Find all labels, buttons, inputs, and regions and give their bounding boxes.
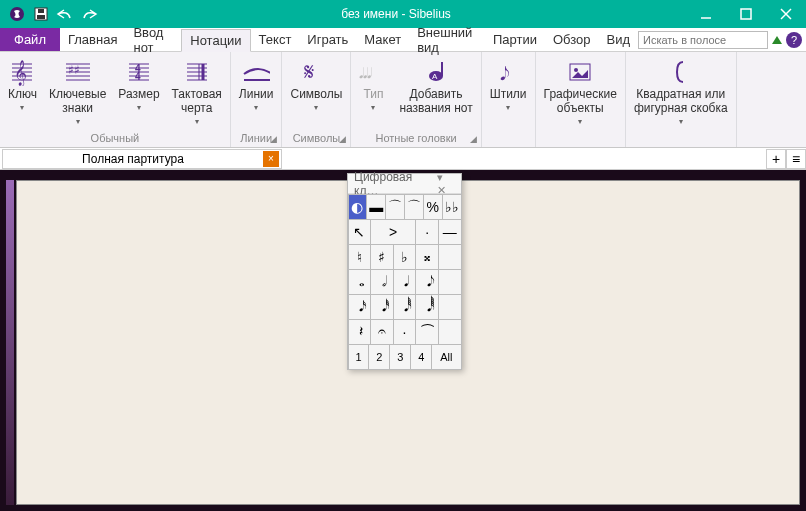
- keypad-tab-1[interactable]: ◐: [348, 194, 368, 220]
- keypad-cell[interactable]: 𝅝: [348, 269, 372, 295]
- minimize-button[interactable]: [686, 0, 726, 28]
- close-document-tab-icon[interactable]: ×: [263, 151, 279, 167]
- keypad-voice-all[interactable]: All: [431, 344, 461, 370]
- keypad-voice-3[interactable]: 3: [389, 344, 411, 370]
- close-button[interactable]: [766, 0, 806, 28]
- time-signature-icon: 44: [125, 58, 153, 86]
- group-lines: Линии▾ Линии◢: [231, 52, 283, 147]
- keypad-cell[interactable]: ♯: [370, 244, 394, 270]
- file-tab[interactable]: Файл: [0, 28, 60, 51]
- tab-review[interactable]: Обзор: [545, 28, 599, 51]
- stems-icon: 𝅘𝅥𝅮: [494, 58, 522, 86]
- tab-note-input[interactable]: Ввод нот: [125, 28, 181, 51]
- keypad-cell[interactable]: 𝄪: [415, 244, 439, 270]
- keypad-cell[interactable]: ⁀: [415, 319, 439, 345]
- keypad-tab-row: ◐ ▬ ⌒ ⌒ % ♭♭: [348, 194, 461, 219]
- tab-notations[interactable]: Нотации: [181, 29, 250, 52]
- keypad-tab-6[interactable]: ♭♭: [442, 194, 462, 220]
- tab-layout[interactable]: Макет: [356, 28, 409, 51]
- symbols-button[interactable]: 𝄋 Символы▾: [284, 56, 348, 114]
- keypad-cell[interactable]: [438, 269, 462, 295]
- document-tab[interactable]: Полная партитура ×: [2, 149, 282, 169]
- keypad-tab-4[interactable]: ⌒: [404, 194, 424, 220]
- keypad-cell[interactable]: >: [370, 219, 416, 245]
- dialog-launcher-icon[interactable]: ◢: [470, 134, 477, 144]
- clef-button[interactable]: 𝄞 Ключ▾: [2, 56, 43, 114]
- keypad-cell[interactable]: 𝅘𝅥𝅯: [348, 294, 372, 320]
- keypad-cell[interactable]: 𝅘𝅥𝅰: [370, 294, 394, 320]
- keypad-cell[interactable]: ·: [415, 219, 439, 245]
- group-noteheads: 𝅘𝅥 𝅘𝅥 𝅘𝅥 Тип▾ A Добавить названия нот Но…: [351, 52, 481, 147]
- document-tab-label: Полная партитура: [3, 152, 263, 166]
- undo-icon[interactable]: [54, 3, 76, 25]
- barline-button[interactable]: Тактовая черта▾: [166, 56, 228, 128]
- keypad-cell[interactable]: [438, 294, 462, 320]
- save-icon[interactable]: [30, 3, 52, 25]
- keypad-cell[interactable]: ·: [393, 319, 417, 345]
- keypad-cell[interactable]: ♮: [348, 244, 372, 270]
- keypad-cell[interactable]: —: [438, 219, 462, 245]
- group-graphics: Графические объекты▾: [536, 52, 626, 147]
- document-tab-bar: Полная партитура × + ≡: [0, 148, 806, 170]
- keypad-voice-2[interactable]: 2: [368, 344, 390, 370]
- dialog-launcher-icon[interactable]: ◢: [339, 134, 346, 144]
- add-tab-button[interactable]: +: [766, 149, 786, 169]
- redo-icon[interactable]: [78, 3, 100, 25]
- keypad-cell[interactable]: ↖: [348, 219, 372, 245]
- title-bar: без имени - Sibelius: [0, 0, 806, 28]
- tab-menu-button[interactable]: ≡: [786, 149, 806, 169]
- keypad-cell[interactable]: 𝅘𝅥𝅲: [415, 294, 439, 320]
- keypad-cell[interactable]: ♭: [393, 244, 417, 270]
- brackets-button[interactable]: Квадратная или фигурная скобка▾: [628, 56, 734, 128]
- svg-text:𝅘𝅥𝅮: 𝅘𝅥𝅮: [500, 66, 509, 81]
- keypad-tab-2[interactable]: ▬: [366, 194, 386, 220]
- group-label-common: Обычный: [0, 130, 230, 147]
- tab-home[interactable]: Главная: [60, 28, 125, 51]
- graphics-button[interactable]: Графические объекты▾: [538, 56, 623, 128]
- keypad-cell[interactable]: 𝅘𝅥𝅱: [393, 294, 417, 320]
- keypad-cell[interactable]: 𝄐: [370, 319, 394, 345]
- collapse-ribbon-icon[interactable]: [772, 36, 782, 44]
- svg-text:𝄞: 𝄞: [14, 60, 27, 86]
- keypad-cell[interactable]: [438, 244, 462, 270]
- quick-access-toolbar: [0, 3, 106, 25]
- add-note-names-button[interactable]: A Добавить названия нот: [393, 56, 478, 118]
- keypad-panel: Цифровая кл… ▾ ✕ ◐ ▬ ⌒ ⌒ % ♭♭ ↖ > · — ♮ …: [347, 173, 462, 370]
- stems-button[interactable]: 𝅘𝅥𝅮 Штили▾: [484, 56, 533, 114]
- tab-appearance[interactable]: Внешний вид: [409, 28, 485, 51]
- tab-view[interactable]: Вид: [598, 28, 638, 51]
- search-input[interactable]: [638, 31, 768, 49]
- maximize-button[interactable]: [726, 0, 766, 28]
- tab-parts[interactable]: Партии: [485, 28, 545, 51]
- window-controls: [686, 0, 806, 28]
- svg-text:A: A: [432, 72, 438, 81]
- tab-text[interactable]: Текст: [251, 28, 300, 51]
- notehead-type-button[interactable]: 𝅘𝅥 𝅘𝅥 𝅘𝅥 Тип▾: [353, 56, 393, 114]
- keypad-cell[interactable]: 𝅘𝅥𝅮: [415, 269, 439, 295]
- keypad-cell[interactable]: 𝄽: [348, 319, 372, 345]
- time-signature-button[interactable]: 44 Размер▾: [112, 56, 165, 114]
- keypad-tab-5[interactable]: %: [423, 194, 443, 220]
- keypad-cell[interactable]: 𝅗𝅥: [370, 269, 394, 295]
- keypad-title-bar[interactable]: Цифровая кл… ▾ ✕: [348, 174, 461, 194]
- group-symbols: 𝄋 Символы▾ Символы◢: [282, 52, 351, 147]
- lines-button[interactable]: Линии▾: [233, 56, 280, 114]
- keypad-cell[interactable]: 𝅘𝅥: [393, 269, 417, 295]
- keypad-tab-3[interactable]: ⌒: [385, 194, 405, 220]
- dialog-launcher-icon[interactable]: ◢: [270, 134, 277, 144]
- svg-rect-5: [741, 9, 751, 19]
- keypad-main-grid: ↖ > · — ♮ ♯ ♭ 𝄪 𝅝 𝅗𝅥 𝅘𝅥 𝅘𝅥𝅮 𝅘𝅥𝅯 𝅘𝅥𝅰 𝅘𝅥𝅱 …: [348, 219, 461, 344]
- app-icon[interactable]: [6, 3, 28, 25]
- lines-icon: [242, 58, 270, 86]
- key-signature-button[interactable]: ♯♯ Ключевые знаки▾: [43, 56, 112, 128]
- keypad-voice-1[interactable]: 1: [348, 344, 370, 370]
- symbols-icon: 𝄋: [302, 58, 330, 86]
- ribbon-tabs: Файл Главная Ввод нот Нотации Текст Игра…: [0, 28, 806, 52]
- svg-rect-2: [37, 15, 45, 19]
- help-icon[interactable]: ?: [786, 32, 802, 48]
- tab-play[interactable]: Играть: [299, 28, 356, 51]
- keypad-cell[interactable]: [438, 319, 462, 345]
- window-title: без имени - Sibelius: [106, 7, 686, 21]
- group-label-noteheads: Нотные головки◢: [351, 130, 480, 147]
- keypad-voice-4[interactable]: 4: [410, 344, 432, 370]
